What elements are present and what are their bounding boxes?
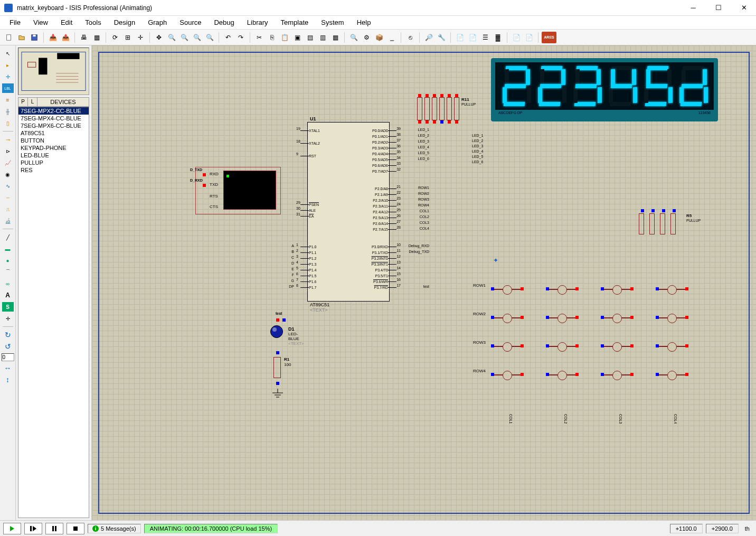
netlist-icon[interactable]: ☰ [479,32,491,43]
block-move-icon[interactable]: ▤ [304,32,316,43]
keypad-button[interactable] [658,312,686,325]
keypad-button[interactable] [603,312,631,325]
keypad-button[interactable] [603,283,631,297]
path-2d-icon[interactable]: ∞ [2,279,14,288]
menu-tools[interactable]: Tools [79,16,107,29]
keypad-button[interactable] [548,283,577,297]
package-icon[interactable]: 📦 [373,32,385,43]
selection-mode-icon[interactable]: ↖ [2,49,14,58]
keypad-button[interactable] [548,369,577,382]
resistor-r1[interactable] [273,357,281,378]
menu-file[interactable]: File [3,16,27,29]
keypad-button[interactable] [548,312,577,325]
export-icon[interactable]: 📤 [60,32,71,43]
junction-mode-icon[interactable]: ✛ [2,72,14,81]
device-pin-icon[interactable]: ⊳ [2,146,14,156]
keypad-button[interactable] [548,340,577,354]
text-script-icon[interactable]: ≡ [2,95,14,105]
refresh-icon[interactable]: ⟳ [109,32,121,43]
label-mode-icon[interactable]: LBL [2,83,14,93]
menu-view[interactable]: View [27,16,54,29]
menu-library[interactable]: Library [241,16,275,29]
origin-icon[interactable]: ✛ [135,32,146,43]
device-item[interactable]: BUTTON [18,137,89,144]
save-icon[interactable] [29,32,40,43]
undo-icon[interactable]: ↶ [222,32,234,43]
box-2d-icon[interactable]: ▬ [2,244,14,253]
open-icon[interactable] [16,32,27,43]
keypad-button[interactable] [493,283,522,297]
device-item[interactable]: LED-BLUE [18,152,89,159]
close-button[interactable]: ✕ [736,3,752,13]
pan-icon[interactable]: ✥ [153,32,165,43]
device-list[interactable]: 7SEG-MPX2-CC-BLUE 7SEG-MPX4-CC-BLUE 7SEG… [18,107,89,518]
tape-icon[interactable]: ◉ [2,170,14,179]
keypad-button[interactable] [493,312,522,325]
device-item[interactable]: 7SEG-MPX2-CC-BLUE [18,107,89,115]
block-copy-icon[interactable]: ▣ [291,32,303,43]
keypad-button[interactable] [658,369,686,382]
libraries-button[interactable]: L [28,98,37,106]
component-mode-icon[interactable]: ▸ [2,60,14,70]
stop-button[interactable] [67,523,84,534]
seven-segment-display[interactable]: ABCDEFG DP 123456 [491,58,718,121]
area-icon[interactable]: ▦ [91,32,102,43]
bom-icon[interactable]: 📄 [454,32,466,43]
resistor-array[interactable] [417,97,459,120]
schematic-canvas[interactable]: ABCDEFG DP 123456 R11 PULLUP LED_1 LED_2… [92,45,756,520]
menu-system[interactable]: System [315,16,350,29]
import-icon[interactable]: 📥 [47,32,59,43]
text-2d-icon[interactable]: A [2,290,14,300]
menu-help[interactable]: Help [351,16,377,29]
device-item[interactable]: RES [18,166,89,174]
redo-icon[interactable]: ↷ [235,32,247,43]
new-icon[interactable] [3,32,15,43]
ares-icon[interactable]: ▓ [492,32,504,43]
bus-mode-icon[interactable]: ╫ [2,107,14,116]
circle-2d-icon[interactable]: ● [2,256,14,265]
mirror-v-icon[interactable]: ↕ [2,375,14,384]
generator-icon[interactable]: ∿ [2,181,14,191]
rotate-cw-icon[interactable]: ↻ [2,330,14,340]
erc-icon[interactable]: 📄 [467,32,478,43]
keypad-button[interactable] [493,369,522,382]
keypad-button[interactable] [658,283,686,297]
print-icon[interactable]: 🖶 [78,32,90,43]
rotation-input[interactable] [2,353,14,361]
menu-source[interactable]: Source [173,16,207,29]
pause-button[interactable] [45,523,63,534]
search-icon[interactable]: 🔎 [423,32,434,43]
instrument-icon[interactable]: 🔬 [2,216,14,225]
menu-edit[interactable]: Edit [54,16,79,29]
current-probe-icon[interactable]: ⎍ [2,204,14,214]
device-item[interactable]: 7SEG-MPX4-CC-BLUE [18,115,89,122]
keypad-button[interactable] [603,340,631,354]
zoom-area-icon[interactable]: 🔍 [204,32,215,43]
wire-autoroute-icon[interactable]: ⎋ [404,32,416,43]
overview-window[interactable] [18,48,89,95]
device-item[interactable]: AT89C51 [18,129,89,137]
copy-icon[interactable]: ⎘ [266,32,278,43]
grid-icon[interactable]: ⊞ [122,32,134,43]
menu-debug[interactable]: Debug [207,16,240,29]
pullup-resistors[interactable] [639,213,676,234]
keypad-button[interactable] [658,340,686,354]
zoom-out-icon[interactable]: 🔍 [178,32,190,43]
arc-2d-icon[interactable]: ⌒ [2,267,14,277]
block-rotate-icon[interactable]: ▥ [317,32,328,43]
sheet-icon[interactable]: 📄 [511,32,522,43]
ares-launch-icon[interactable]: ARES [542,32,556,43]
menu-graph[interactable]: Graph [141,16,173,29]
device-item[interactable]: KEYPAD-PHONE [18,144,89,152]
mirror-h-icon[interactable]: ↔ [2,363,14,373]
maximize-button[interactable]: ☐ [711,3,726,13]
paste-icon[interactable]: 📋 [279,32,290,43]
property-icon[interactable]: 🔧 [436,32,447,43]
cut-icon[interactable]: ✂ [253,32,265,43]
zoom-all-icon[interactable]: 🔍 [191,32,203,43]
make-icon[interactable]: ⚙ [361,32,372,43]
sheet2-icon[interactable]: 📄 [523,32,535,43]
symbol-2d-icon[interactable]: S [2,302,14,312]
virtual-terminal[interactable]: RXD TXD RTS CTS [195,167,281,214]
block-delete-icon[interactable]: ▦ [329,32,341,43]
